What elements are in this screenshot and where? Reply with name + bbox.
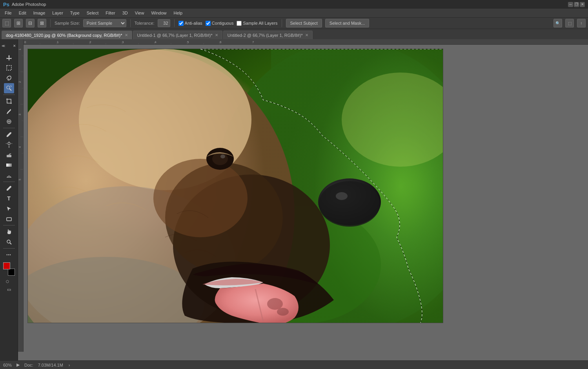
contiguous-checkbox[interactable] [206, 21, 211, 26]
svg-text:3: 3 [122, 40, 124, 44]
ruler-left: 1 2 3 4 5 [18, 39, 24, 352]
svg-point-2 [7, 86, 10, 89]
menu-layer[interactable]: Layer [49, 10, 66, 16]
svg-point-19 [7, 240, 10, 243]
tool-eyedropper[interactable] [4, 106, 14, 116]
separator-3 [174, 19, 175, 27]
status-arrow[interactable]: ▶ [16, 362, 20, 367]
tool-lasso[interactable] [4, 73, 14, 83]
svg-marker-0 [6, 55, 12, 60]
canvas-frame [27, 49, 443, 323]
tool-dodge[interactable] [4, 170, 14, 180]
sample-all-layers-checkbox[interactable] [237, 21, 242, 26]
menu-filter[interactable]: Filter [102, 10, 118, 16]
doc-tab-3[interactable]: Untitled-2 @ 66,7% (Layer 1, RGB/8#)* ✕ [223, 31, 313, 39]
titlebar-left: Ps Adobe Photoshop [3, 2, 46, 7]
doc-tab-3-close[interactable]: ✕ [305, 33, 308, 37]
contiguous-checkbox-wrapper[interactable]: Contiguous [206, 21, 234, 26]
sample-size-dropdown[interactable]: Point Sample 3 by 3 Average 5 by 5 Avera… [83, 19, 126, 27]
left-toolbar: ≪ ✕ [0, 39, 18, 360]
color-swatches-container [2, 262, 16, 276]
title-bar: Ps Adobe Photoshop ─ ❐ ✕ [0, 0, 588, 9]
svg-rect-13 [7, 155, 11, 157]
select-subject-button[interactable]: Select Subject [286, 19, 322, 27]
tool-clone[interactable] [4, 140, 14, 150]
separator-2 [130, 19, 131, 27]
svg-text:2: 2 [89, 40, 91, 44]
menu-edit[interactable]: Edit [16, 10, 29, 16]
toolbar-sep-1 [3, 95, 15, 95]
maximize-button[interactable]: ❐ [574, 2, 579, 7]
menu-3d[interactable]: 3D [119, 10, 131, 16]
minimize-button[interactable]: ─ [568, 2, 573, 7]
doc-tab-1-close[interactable]: ✕ [125, 33, 128, 37]
panel-double-arrow[interactable]: ≪ [0, 41, 9, 51]
tool-gradient[interactable] [4, 160, 14, 170]
tool-eraser[interactable] [4, 150, 14, 160]
doc-tabs: dog-4180480_1920.jpg @ 60% (Background c… [0, 29, 588, 39]
menu-file[interactable]: File [2, 10, 15, 16]
svg-text:0: 0 [24, 40, 26, 44]
status-bar: 60% ▶ Doc: 7.03M/14.1M › [0, 360, 588, 369]
new-selection-btn[interactable]: ⬚ [2, 19, 11, 27]
svg-point-74 [267, 298, 283, 310]
tool-brush[interactable] [4, 129, 14, 140]
canvas-container [24, 45, 588, 352]
tool-patch[interactable] [4, 116, 14, 127]
tool-path-selection[interactable] [4, 204, 14, 214]
doc-size: 7.03M/14.1M [38, 363, 63, 367]
tool-marquee[interactable] [4, 63, 14, 73]
menu-select[interactable]: Select [84, 10, 102, 16]
menu-window[interactable]: Window [148, 10, 169, 16]
status-forward-arrow[interactable]: › [69, 363, 70, 367]
panel-close-btn[interactable]: ✕ [9, 41, 18, 51]
svg-line-20 [10, 243, 11, 244]
svg-point-71 [212, 153, 228, 165]
zoom-in-icon[interactable]: 🔍 [553, 19, 562, 27]
menu-view[interactable]: View [132, 10, 147, 16]
sample-all-layers-checkbox-wrapper[interactable]: Sample All Layers [237, 21, 277, 26]
canvas-area: 0 1 2 3 4 5 6 7 [18, 39, 588, 360]
tool-shape[interactable] [4, 214, 14, 224]
titlebar-controls: ─ ❐ ✕ [568, 2, 585, 7]
change-screen-mode-btn[interactable]: ▭ [4, 284, 14, 294]
background-color-swatch[interactable] [8, 269, 15, 276]
anti-alias-checkbox[interactable] [178, 21, 184, 26]
menu-help[interactable]: Help [171, 10, 186, 16]
tool-text[interactable]: T [4, 193, 14, 204]
sample-all-layers-label: Sample All Layers [243, 21, 277, 25]
share-icon[interactable]: ↑ [577, 19, 586, 27]
menubar: File Edit Image Layer Type Select Filter… [0, 9, 588, 17]
tool-move[interactable] [4, 53, 14, 63]
tool-hand[interactable] [4, 227, 14, 237]
doc-tab-2[interactable]: Untitled-1 @ 66,7% (Layer 1, RGB/8#)* ✕ [133, 31, 222, 39]
menu-type[interactable]: Type [67, 10, 83, 16]
tool-zoom[interactable] [4, 237, 14, 247]
doc-tab-2-close[interactable]: ✕ [215, 33, 218, 37]
tolerance-input[interactable] [158, 19, 170, 27]
menu-image[interactable]: Image [30, 10, 49, 16]
intersect-selection-btn[interactable]: ⊠ [38, 19, 46, 27]
zoom-level: 60% [3, 363, 12, 367]
anti-alias-checkbox-wrapper[interactable]: Anti-alias [178, 21, 202, 26]
doc-tab-1[interactable]: dog-4180480_1920.jpg @ 60% (Background c… [2, 31, 132, 39]
toolbar-sep-4 [3, 225, 15, 225]
titlebar-title: Adobe Photoshop [12, 2, 46, 7]
select-and-mask-button[interactable]: Select and Mask... [325, 19, 370, 27]
quick-mask-container: ⬡ [2, 276, 16, 284]
add-selection-btn[interactable]: ⊞ [14, 19, 23, 27]
tool-pen[interactable] [4, 183, 14, 193]
svg-text:6: 6 [220, 40, 222, 44]
svg-marker-14 [8, 153, 11, 155]
doc-tab-1-label: dog-4180480_1920.jpg @ 60% (Background c… [6, 33, 122, 38]
toolbar-sep-2 [3, 128, 15, 128]
close-button[interactable]: ✕ [580, 2, 585, 7]
tool-quick-select[interactable] [4, 83, 14, 93]
main-area: ≪ ✕ [0, 39, 588, 360]
svg-point-69 [336, 192, 348, 200]
tool-crop[interactable] [4, 96, 14, 106]
subtract-selection-btn[interactable]: ⊟ [26, 19, 35, 27]
tool-more[interactable]: ••• [4, 250, 14, 260]
foreground-color-swatch[interactable] [3, 262, 10, 269]
arrange-icon[interactable]: ⬚ [565, 19, 574, 27]
